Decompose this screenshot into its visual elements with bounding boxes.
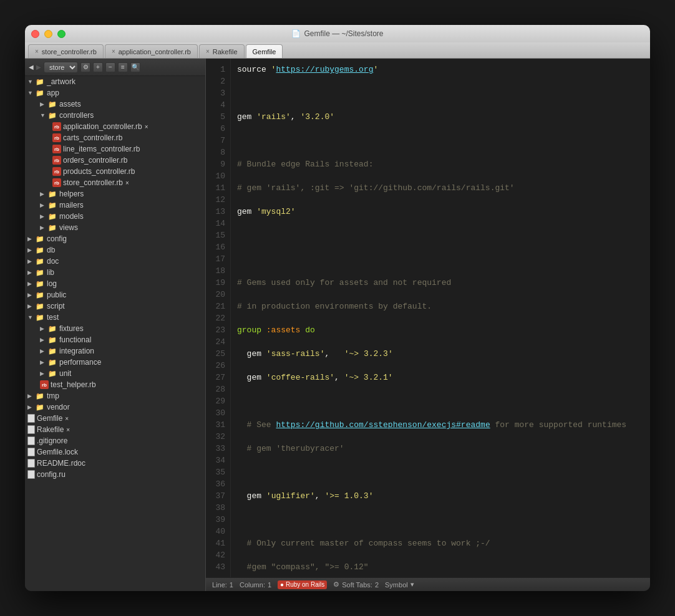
expand-arrow-icon: ▶	[40, 213, 46, 219]
gear-icon[interactable]: ⚙	[80, 62, 90, 72]
folder-icon: 📁	[35, 234, 45, 243]
sidebar-item-vendor[interactable]: ▶ 📁 vendor	[25, 402, 205, 413]
maximize-button[interactable]	[57, 30, 66, 38]
sidebar-item-gemfile[interactable]: Gemfile ×	[25, 413, 205, 424]
folder-icon: 📁	[47, 100, 57, 108]
ruby-file-icon: rb	[52, 145, 61, 153]
expand-arrow-icon: ▶	[27, 247, 34, 253]
sidebar-item-tmp[interactable]: ▶ 📁 tmp	[25, 390, 205, 402]
sidebar-item-orders-controller[interactable]: rb orders_controller.rb	[25, 155, 205, 166]
sidebar-item-unit[interactable]: ▶ 📁 unit	[25, 368, 205, 379]
folder-icon: 📁	[35, 89, 45, 97]
sidebar-item-test[interactable]: ▼ 📁 test	[25, 312, 205, 323]
status-soft-tabs: ⚙ Soft Tabs: 2	[333, 580, 379, 589]
sort-icon[interactable]: ≡	[118, 62, 128, 72]
expand-arrow-icon: ▶	[40, 191, 46, 197]
close-icon[interactable]: ×	[35, 48, 39, 55]
close-button[interactable]	[31, 30, 39, 38]
tab-application-controller[interactable]: × application_controller.rb	[105, 44, 198, 58]
sidebar-item-products-controller[interactable]: rb products_controller.rb	[25, 166, 205, 177]
expand-arrow-icon: ▶	[40, 359, 46, 365]
folder-icon: 📁	[47, 201, 57, 209]
sidebar-item-performance[interactable]: ▶ 📁 performance	[25, 357, 205, 368]
close-icon[interactable]: ×	[206, 48, 210, 55]
sidebar-item-controllers[interactable]: ▼ 📁 controllers	[25, 110, 205, 121]
folder-icon: 📁	[35, 257, 45, 266]
folder-icon: 📁	[35, 302, 45, 310]
content-area: ◀ ▶ store ⚙ + − ≡ 🔍 ▼ 📁 _artwork ▼ 📁	[25, 59, 650, 591]
sidebar-item-assets[interactable]: ▶ 📁 assets	[25, 99, 205, 110]
status-symbol[interactable]: Symbol ▾	[385, 580, 414, 589]
sidebar-item-public[interactable]: ▶ 📁 public	[25, 289, 205, 301]
tabs-bar: × store_controller.rb × application_cont…	[25, 42, 650, 59]
sidebar-item-application-controller[interactable]: rb application_controller.rb ×	[25, 121, 205, 132]
sidebar-item-fixtures[interactable]: ▶ 📁 fixtures	[25, 323, 205, 334]
folder-icon: 📁	[35, 291, 45, 299]
close-icon[interactable]: ×	[112, 48, 115, 55]
tab-rakefile[interactable]: × Rakefile	[199, 44, 245, 58]
file-icon	[27, 470, 35, 479]
syntax-badge[interactable]: ● Ruby on Rails	[278, 580, 327, 589]
expand-arrow-icon: ▶	[27, 269, 34, 276]
sidebar-item-views[interactable]: ▶ 📁 views	[25, 222, 205, 233]
sidebar-item-line-items-controller[interactable]: rb line_items_controller.rb	[25, 143, 205, 155]
folder-icon: 📁	[47, 324, 57, 333]
folder-icon: 📁	[47, 212, 57, 221]
add-icon[interactable]: +	[93, 62, 103, 72]
sidebar-item-store-controller[interactable]: rb store_controller.rb ×	[25, 177, 205, 188]
sidebar-item-gitignore[interactable]: .gitignore	[25, 435, 205, 446]
code-editor[interactable]: source 'https://rubygems.org' gem 'rails…	[231, 59, 650, 577]
tab-store-controller[interactable]: × store_controller.rb	[28, 44, 104, 58]
sidebar-item-lib[interactable]: ▶ 📁 lib	[25, 267, 205, 278]
main-window: 📄 Gemfile — ~/Sites/store × store_contro…	[25, 25, 650, 591]
file-icon	[27, 448, 35, 456]
expand-arrow-icon: ▶	[27, 281, 34, 287]
sidebar-item-integration[interactable]: ▶ 📁 integration	[25, 345, 205, 357]
remove-icon[interactable]: −	[105, 62, 115, 72]
file-icon	[27, 436, 35, 445]
expand-arrow-icon: ▶	[40, 101, 46, 107]
ruby-file-icon: rb	[52, 122, 61, 131]
sidebar-item-log[interactable]: ▶ 📁 log	[25, 278, 205, 289]
editor-area: 12345 678910 1112131415 1617181920 21222…	[206, 59, 650, 591]
sidebar-item-config-ru[interactable]: config.ru	[25, 469, 205, 480]
expand-arrow-icon: ▼	[40, 112, 46, 118]
ruby-file-icon: rb	[52, 178, 61, 187]
status-bar: Line: 1 Column: 1 ● Ruby on Rails ⚙ Soft…	[206, 577, 650, 591]
sidebar-item-test-helper[interactable]: rb test_helper.rb	[25, 379, 205, 390]
ruby-file-icon: rb	[52, 156, 61, 165]
expand-arrow-icon: ▶	[40, 224, 46, 231]
sidebar-item-config[interactable]: ▶ 📁 config	[25, 233, 205, 244]
sidebar-item-helpers[interactable]: ▶ 📁 helpers	[25, 188, 205, 200]
modified-badge: ×	[66, 426, 70, 433]
sidebar-item-rakefile[interactable]: Rakefile ×	[25, 424, 205, 435]
search-icon[interactable]: 🔍	[130, 62, 140, 72]
project-dropdown[interactable]: store	[44, 62, 78, 73]
sidebar-item-doc[interactable]: ▶ 📁 doc	[25, 256, 205, 267]
sidebar-item-mailers[interactable]: ▶ 📁 mailers	[25, 200, 205, 211]
sidebar-item-script[interactable]: ▶ 📁 script	[25, 301, 205, 312]
modified-badge: ×	[145, 123, 148, 130]
status-column: Column: 1	[240, 581, 271, 589]
sidebar-item-readme[interactable]: README.rdoc	[25, 458, 205, 469]
folder-icon: 📁	[47, 335, 57, 344]
sidebar-toolbar: ◀ ▶ store ⚙ + − ≡ 🔍	[25, 59, 205, 76]
folder-icon: 📁	[35, 246, 45, 254]
sidebar-item-gemfile-lock[interactable]: Gemfile.lock	[25, 446, 205, 458]
folder-icon: 📁	[35, 77, 45, 86]
sidebar-item-db[interactable]: ▶ 📁 db	[25, 244, 205, 256]
folder-icon: 📁	[47, 111, 57, 120]
sidebar-item-functional[interactable]: ▶ 📁 functional	[25, 334, 205, 345]
minimize-button[interactable]	[44, 30, 52, 38]
editor-content[interactable]: 12345 678910 1112131415 1617181920 21222…	[206, 59, 650, 577]
folder-icon: 📁	[35, 392, 45, 400]
tab-gemfile[interactable]: Gemfile	[246, 44, 283, 58]
sidebar-item-carts-controller[interactable]: rb carts_controller.rb	[25, 132, 205, 143]
sidebar-item-models[interactable]: ▶ 📁 models	[25, 211, 205, 222]
nav-back-icon[interactable]: ◀	[29, 64, 34, 70]
sidebar-item-artwork[interactable]: ▼ 📁 _artwork	[25, 76, 205, 87]
expand-arrow-icon: ▶	[27, 236, 34, 242]
nav-forward-icon[interactable]: ▶	[36, 64, 41, 70]
ruby-file-icon: rb	[52, 133, 61, 142]
sidebar-item-app[interactable]: ▼ 📁 app	[25, 87, 205, 99]
